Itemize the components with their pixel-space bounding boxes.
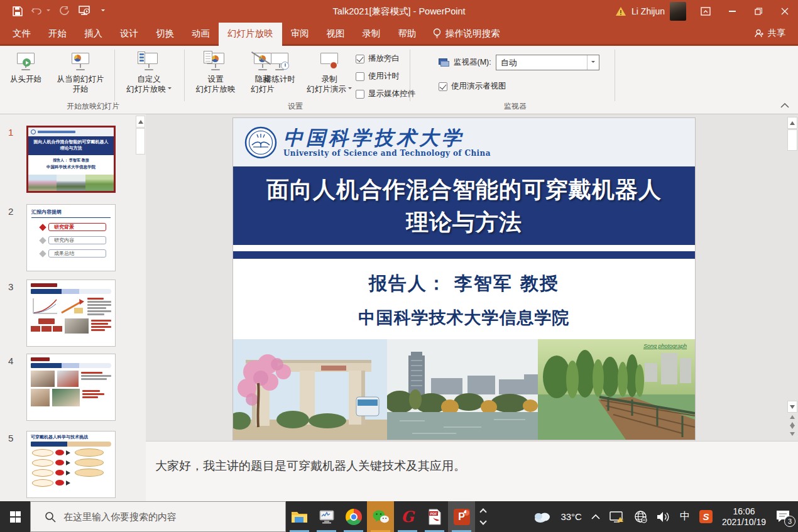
system-monitor-app-icon[interactable] bbox=[313, 501, 340, 532]
ustc-emblem-icon bbox=[244, 126, 277, 159]
action-center-icon[interactable]: 3 bbox=[775, 509, 792, 524]
tab-design[interactable]: 设计 bbox=[111, 23, 147, 44]
tab-view[interactable]: 视图 bbox=[318, 23, 354, 44]
show-media-controls-checkbox[interactable]: 显示媒体控件 bbox=[356, 89, 415, 99]
share-button[interactable]: 共享 bbox=[755, 23, 798, 44]
checkbox-unchecked-icon bbox=[356, 72, 364, 81]
warning-icon bbox=[615, 6, 626, 16]
network-globe-icon[interactable] bbox=[634, 510, 647, 523]
slide-scrollbar-thumb[interactable] bbox=[787, 129, 797, 151]
redo-icon[interactable] bbox=[59, 6, 69, 16]
slide-number-3: 3 bbox=[8, 281, 13, 292]
system-tray: 33°C 中 S 16:06 2021/10/19 3 bbox=[533, 501, 798, 532]
diamond-bullet-icon bbox=[39, 237, 46, 244]
taskbar-scroll-arrows[interactable] bbox=[475, 501, 491, 532]
thumbnail-scrollbar-thumb[interactable] bbox=[136, 128, 145, 155]
university-name-en[interactable]: University of Science and Technology of … bbox=[283, 149, 491, 158]
chrome-icon[interactable] bbox=[340, 501, 367, 532]
date-label: 2021/10/19 bbox=[722, 517, 766, 528]
chevron-up-icon[interactable] bbox=[479, 508, 486, 515]
slide-thumbnail-5[interactable]: 可穿戴机器人科学与技术挑战 bbox=[26, 431, 116, 498]
monitor-icon bbox=[439, 58, 449, 67]
speaker-notes-pane[interactable]: 大家好，我主讲的题目是可穿戴机器人关键技术及其应用。 bbox=[146, 441, 798, 501]
window-title: Talk2021[兼容模式] - PowerPoint bbox=[332, 6, 465, 18]
slide-thumbnail-2[interactable]: 汇报内容提纲 研究背景 研究内容 成果总结 bbox=[26, 204, 116, 271]
collapse-ribbon-button[interactable] bbox=[780, 99, 789, 111]
wechat-icon[interactable] bbox=[367, 501, 394, 532]
sogou-input-icon[interactable]: S bbox=[699, 510, 713, 523]
file-explorer-icon[interactable] bbox=[286, 501, 313, 532]
undo-dropdown-icon[interactable] bbox=[45, 9, 50, 13]
slide-number-4: 4 bbox=[8, 356, 13, 366]
tab-animations[interactable]: 动画 bbox=[183, 23, 219, 44]
display-warning-icon[interactable] bbox=[609, 511, 625, 523]
tab-record[interactable]: 录制 bbox=[354, 23, 390, 44]
custom-slideshow-icon bbox=[139, 53, 159, 74]
tab-file[interactable]: 文件 bbox=[4, 23, 40, 44]
tell-me-search[interactable]: 操作说明搜索 bbox=[425, 23, 508, 44]
tab-home[interactable]: 开始 bbox=[40, 23, 75, 44]
search-input[interactable] bbox=[63, 511, 271, 522]
next-slide-button[interactable] bbox=[787, 426, 797, 438]
slide-thumbnail-1[interactable]: 面向人机合作混合智能的可穿戴机器人理论与方法 报告人： 李智军 教授 中国科学技… bbox=[26, 126, 116, 193]
record-slideshow-icon bbox=[319, 53, 339, 74]
notes-text: 大家好，我主讲的题目是可穿戴机器人关键技术及其应用。 bbox=[155, 459, 466, 472]
undo-icon[interactable] bbox=[31, 7, 42, 16]
rehearse-timings-button[interactable]: 排练计时 bbox=[259, 50, 300, 84]
monitor-select[interactable]: 自动 bbox=[496, 55, 599, 70]
play-narrations-checkbox[interactable]: 播放旁白 bbox=[356, 53, 400, 64]
slide-thumbnail-3[interactable] bbox=[26, 280, 116, 347]
ribbon-display-options-icon[interactable] bbox=[692, 0, 719, 23]
start-slideshow-icon[interactable] bbox=[78, 6, 90, 17]
slide-title[interactable]: 面向人机合作混合智能的可穿戴机器人 理论与方法 bbox=[233, 166, 695, 245]
minimize-button[interactable] bbox=[719, 0, 745, 23]
checkbox-checked-icon bbox=[439, 82, 447, 91]
account-area[interactable]: Li Zhijun bbox=[615, 2, 686, 21]
restore-button[interactable] bbox=[745, 0, 772, 23]
customize-qat-icon[interactable] bbox=[99, 9, 105, 13]
affiliation-line[interactable]: 中国科学技术大学信息学院 bbox=[233, 296, 695, 329]
from-current-slide-button[interactable]: 从当前幻灯片 开始 bbox=[48, 50, 113, 94]
tab-help[interactable]: 帮助 bbox=[390, 23, 425, 44]
use-timings-checkbox[interactable]: 使用计时 bbox=[356, 71, 400, 82]
user-name: Li Zhijun bbox=[631, 6, 665, 16]
speaker-icon[interactable] bbox=[657, 511, 670, 523]
record-slideshow-button[interactable]: 录制 幻灯片演示 bbox=[303, 50, 356, 94]
g-app-icon[interactable]: G bbox=[394, 501, 421, 532]
from-beginning-button[interactable]: 从头开始 bbox=[5, 50, 46, 84]
previous-slide-button[interactable] bbox=[787, 413, 797, 425]
set-up-slideshow-button[interactable]: 设置 幻灯片放映 bbox=[188, 50, 243, 94]
scroll-up-button[interactable] bbox=[787, 117, 797, 129]
tab-slideshow[interactable]: 幻灯片放映 bbox=[219, 23, 282, 44]
weather-cloud-icon[interactable] bbox=[533, 511, 551, 523]
pdf-app-icon[interactable]: PDF bbox=[421, 501, 448, 532]
powerpoint-taskbar-icon[interactable]: P bbox=[448, 501, 475, 532]
photo-campus-boardwalk[interactable]: Song photograph bbox=[538, 339, 695, 440]
photo-campus-lake[interactable] bbox=[387, 339, 538, 440]
tab-review[interactable]: 审阅 bbox=[282, 23, 318, 44]
temperature-label[interactable]: 33°C bbox=[560, 511, 582, 522]
scroll-up-arrow-icon[interactable] bbox=[136, 116, 145, 128]
use-presenter-view-checkbox[interactable]: 使用演示者视图 bbox=[439, 81, 506, 92]
ime-indicator[interactable]: 中 bbox=[680, 510, 690, 523]
scroll-down-button[interactable] bbox=[787, 401, 797, 413]
thumbnail-scrollbar[interactable] bbox=[136, 116, 145, 502]
avatar[interactable] bbox=[670, 2, 686, 21]
tab-insert[interactable]: 插入 bbox=[75, 23, 111, 44]
taskbar-search[interactable] bbox=[30, 501, 286, 532]
share-label: 共享 bbox=[768, 28, 785, 39]
presenter-line[interactable]: 报告人： 李智军 教授 bbox=[233, 259, 695, 296]
save-icon[interactable] bbox=[13, 6, 23, 16]
slide-number-2: 2 bbox=[8, 206, 13, 217]
hidden-icons-chevron[interactable] bbox=[591, 514, 600, 519]
slide-thumbnail-4[interactable] bbox=[26, 354, 116, 421]
chevron-down-icon[interactable] bbox=[479, 518, 486, 524]
taskbar-clock[interactable]: 16:06 2021/10/19 bbox=[722, 506, 766, 528]
close-button[interactable] bbox=[772, 0, 798, 23]
custom-slideshow-button[interactable]: 自定义 幻灯片放映 bbox=[117, 50, 181, 94]
tab-transitions[interactable]: 切换 bbox=[147, 23, 183, 44]
university-name-cn[interactable]: 中国科学技术大学 bbox=[283, 128, 491, 148]
start-button[interactable] bbox=[0, 501, 30, 532]
slide-canvas[interactable]: 中国科学技术大学 University of Science and Techn… bbox=[233, 118, 695, 440]
photo-campus-gate[interactable] bbox=[233, 339, 387, 440]
